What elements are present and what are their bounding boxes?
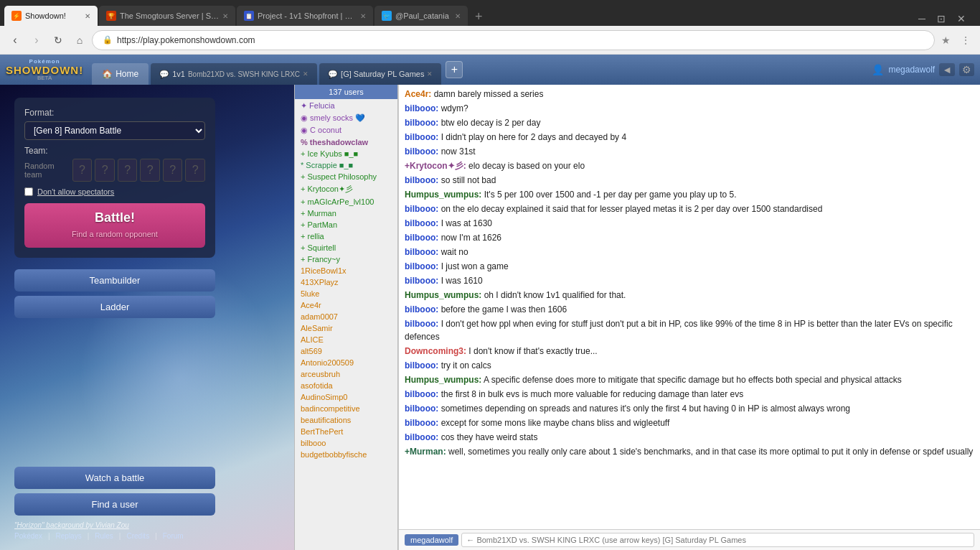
user-list-item[interactable]: * Scrappie ■_■ [295,159,397,171]
user-list-item[interactable]: + Squirtell [295,242,397,253]
pokemon-slot-2: ? [95,159,115,182]
add-tab-button[interactable]: + [446,61,463,78]
find-user-button[interactable]: Find a user [14,493,215,516]
user-list-item[interactable]: Ace4r [295,299,397,311]
pokemon-slot-3: ? [118,159,138,182]
chat-g-tab[interactable]: 💬 [G] Saturday PL Games ✕ [319,63,441,85]
tab-close-twitter[interactable]: ✕ [455,12,461,20]
home-button[interactable]: ⌂ [70,31,89,50]
format-label: Format: [24,108,205,118]
watch-battle-button[interactable]: Watch a battle [14,467,215,489]
artwork-credit[interactable]: "Horizon" background by Vivian Zou [14,521,280,529]
user-list-item[interactable]: + Suspect Philosophy [295,171,397,182]
user-list-item[interactable]: BertThePert [295,426,397,437]
close-button[interactable]: ✕ [953,11,970,26]
nav-buttons-section: Teambuilder Ladder [14,269,215,318]
footer-pokedex-link[interactable]: Pokédex [14,532,42,540]
user-list-item[interactable]: 5luke [295,288,397,299]
user-list-item[interactable]: bilbooo [295,437,397,449]
minimize-button[interactable]: ─ [914,11,930,26]
user-list-item[interactable]: + Krytocon✦彡 [295,182,397,196]
footer-forum-link[interactable]: Forum [163,532,184,540]
refresh-button[interactable]: ↻ [49,31,67,50]
chat-input[interactable] [461,533,974,547]
tab-smogtours[interactable]: 🏆 The Smogtours Server | Smogon ✕ [99,6,235,26]
user-icon: 👤 [872,64,884,75]
chat-input-area: megadawolf [399,529,980,550]
user-list-item[interactable]: + rellia [295,230,397,242]
pokemon-slot-1: ? [72,159,93,182]
battle-1v1-tab[interactable]: 💬 1v1 Bomb21XD vs. SWSH KING LRXC ✕ [151,63,317,85]
tab-close-project[interactable]: ✕ [360,12,366,20]
tab-bar: ⚡ Showdown! ✕ 🏆 The Smogtours Server | S… [0,0,980,26]
user-list-item[interactable]: ALICE [295,334,397,345]
ps-beta-text: BETA [37,75,52,81]
user-list-item[interactable]: + PartMan [295,219,397,230]
tab-showdown[interactable]: ⚡ Showdown! ✕ [4,6,98,26]
chat-line: bilbooo: so still not bad [405,174,974,187]
address-lock-icon: 🔒 [103,35,113,45]
user-list-item[interactable]: adam0007 [295,311,397,322]
user-area: 👤 megadawolf ◄ ⚙ [872,63,974,76]
ps-showdown-text: SHOWDOWN! [6,65,83,75]
battle-button[interactable]: Battle! Find a random opponent [24,203,205,248]
forward-button[interactable]: › [27,31,46,50]
footer-credits-link[interactable]: Credits [126,532,149,540]
address-bar[interactable]: 🔒 https://play.pokemonshowdown.com [92,30,935,50]
format-select[interactable]: [Gen 8] Random Battle [24,121,205,140]
user-list-item[interactable]: 413XPlayz [295,276,397,288]
nav-left-icon[interactable]: ◄ [939,63,955,76]
chat-line: bilbooo: sometimes depending on spreads … [405,402,974,415]
battle-btn-main-text: Battle! [95,210,135,225]
user-list-item[interactable]: ✦ Felucia [295,100,397,112]
main-content: Format: [Gen 8] Random Battle Team: Rand… [0,85,980,550]
user-list-item[interactable]: arceusbruh [295,368,397,380]
chat-line: Downcoming3: I don't know if that's exac… [405,345,974,358]
tab-twitter[interactable]: 🐦 @Paul_catania ✕ [374,6,468,26]
ladder-button[interactable]: Ladder [14,296,215,318]
user-list-item[interactable]: AleSamir [295,322,397,334]
user-list-item[interactable]: + Ice Kyubs ■_■ [295,148,397,159]
no-spectators-label[interactable]: Don't allow spectators [37,187,114,196]
team-label: Team: [24,146,205,156]
users-panel: 137 users ✦ Felucia◉ smely socks 💙◉ C oc… [294,85,398,550]
app-header: Pokémon SHOWDOWN! BETA 🏠 Home 💬 1v1 Bomb… [0,55,980,85]
user-list-item[interactable]: ◉ C oconut [295,124,397,136]
restore-button[interactable]: ⊡ [933,11,950,26]
user-list-item[interactable]: Antonio200509 [295,357,397,368]
app-container: Pokémon SHOWDOWN! BETA 🏠 Home 💬 1v1 Bomb… [0,55,980,550]
user-list-item[interactable]: + Francy~y [295,253,397,265]
users-list: ✦ Felucia◉ smely socks 💙◉ C oconut% thes… [295,99,397,550]
back-button[interactable]: ‹ [6,31,24,50]
footer-rules-link[interactable]: Rules [95,532,113,540]
home-tab[interactable]: 🏠 Home [92,63,149,85]
browser-menu-button[interactable]: ⋮ [957,33,974,47]
home-icon: 🏠 [102,69,113,79]
user-list-item[interactable]: AudinoSimp0 [295,391,397,403]
tab-project[interactable]: 📋 Project - 1v1 Shopfront | Page 4 ✕ [237,6,373,26]
1v1-tab-close[interactable]: ✕ [303,70,308,78]
no-spectators-checkbox[interactable] [24,187,33,196]
user-list-item[interactable]: % theshadowclaw [295,136,397,148]
footer-replays-link[interactable]: Replays [56,532,82,540]
tab-close-smogtours[interactable]: ✕ [222,12,228,20]
g-tab-name: [G] Saturday PL Games [341,70,424,78]
user-list-item[interactable]: alt569 [295,345,397,357]
user-list-item[interactable]: 1RiceBowl1x [295,265,397,276]
user-list-item[interactable]: + Murman [295,208,397,219]
bookmark-star-button[interactable]: ★ [938,33,954,47]
tab-close-showdown[interactable]: ✕ [85,12,90,20]
settings-icon[interactable]: ⚙ [959,63,974,76]
user-list-item[interactable]: budgetbobbyfische [295,449,397,460]
user-list-item[interactable]: ◉ smely socks 💙 [295,112,397,124]
user-list-item[interactable]: asofotida [295,380,397,391]
user-list-item[interactable]: + mAGIcArPe_lvl100 [295,196,397,208]
new-tab-button[interactable]: + [469,7,489,26]
user-list-item[interactable]: beautifications [295,414,397,426]
teambuilder-button[interactable]: Teambuilder [14,269,215,292]
no-spectators-row: Don't allow spectators [24,187,205,196]
chat-line: bilbooo: try it on calcs [405,359,974,372]
username-display: megadawolf [888,65,935,75]
user-list-item[interactable]: badincompetitive [295,403,397,414]
g-tab-close[interactable]: ✕ [427,70,433,78]
